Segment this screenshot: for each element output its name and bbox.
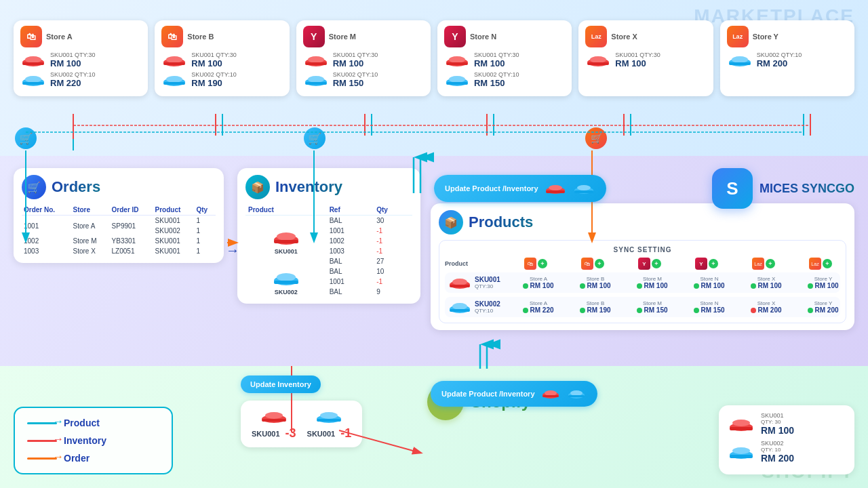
dot-green-a1 xyxy=(523,283,528,289)
sync-icon-lazada-a: 🛍 xyxy=(524,258,536,270)
svg-rect-32 xyxy=(274,240,298,243)
store-b-name: Store B xyxy=(187,33,214,41)
col-qty: Qty xyxy=(194,205,216,216)
update-product-btn-top-label: Update Product /Inventory xyxy=(445,184,538,192)
store-x-icon: Laz xyxy=(585,26,607,47)
shoe-red-btn-bottom xyxy=(540,388,561,400)
svg-point-4 xyxy=(25,76,41,83)
svg-point-25 xyxy=(590,56,606,63)
table-row: 1001 Store A SP9901 SKU001 1 xyxy=(22,216,216,226)
svg-rect-59 xyxy=(568,395,585,397)
products-panel-title: 📦 Products xyxy=(439,210,846,235)
update-inventory-btn[interactable]: Update Inventory xyxy=(241,375,321,393)
shoe-blue-b2 xyxy=(161,73,187,87)
legend-cyan-arrow: → xyxy=(27,422,57,424)
cart-icon-x: 🛒 xyxy=(585,127,607,149)
update-product-btn-top[interactable]: Update Product /Inventory xyxy=(434,175,606,202)
svg-rect-50 xyxy=(262,419,286,422)
svg-point-16 xyxy=(308,76,324,83)
sku001-shoe-inv xyxy=(271,228,301,247)
store-a-icon: 🛍 xyxy=(20,26,42,47)
sync-add-b[interactable]: + xyxy=(595,259,604,268)
sync-icon-youzan-m: Y xyxy=(638,258,650,270)
shopify-sku001: SKU001 QTY: 30 RM 100 xyxy=(727,412,846,436)
mices-logo-icon: S xyxy=(712,168,753,209)
shoe-blue-m2 xyxy=(303,73,329,87)
store-card-x: Laz Store X SKU001 QTY:30 RM 100 xyxy=(578,20,713,96)
dot-green-a2 xyxy=(523,308,528,313)
products-panel: 📦 Products SYNC SETTING Product 🛍 + 🛍 + … xyxy=(431,203,854,330)
svg-rect-41 xyxy=(574,190,593,193)
inv-col-qty: Qty xyxy=(374,205,412,216)
col-order-no: Order No. xyxy=(22,205,71,216)
svg-rect-47 xyxy=(450,309,470,312)
store-m-name: Store M xyxy=(329,33,356,41)
sync-add-x[interactable]: + xyxy=(766,259,775,268)
shoe-red-a1 xyxy=(20,53,46,68)
svg-point-46 xyxy=(452,303,467,310)
shoe-blue-n2 xyxy=(444,73,470,87)
sync-add-a[interactable]: + xyxy=(538,259,547,268)
store-n-icon: Y xyxy=(444,26,466,47)
svg-point-7 xyxy=(166,56,182,63)
svg-rect-5 xyxy=(22,82,44,85)
svg-rect-2 xyxy=(22,62,44,65)
dot-green-b1 xyxy=(580,283,585,289)
svg-rect-56 xyxy=(542,395,559,397)
orders-icon: 🛒 xyxy=(22,175,46,199)
shoe-blue-a2 xyxy=(20,73,46,87)
svg-point-22 xyxy=(449,76,465,83)
svg-point-43 xyxy=(452,279,467,285)
svg-point-58 xyxy=(570,390,583,396)
arrow-orders-inventory: → xyxy=(226,243,239,258)
svg-point-10 xyxy=(166,76,182,83)
shoe-blue-btn-bottom xyxy=(566,388,587,400)
orders-title-text: Orders xyxy=(52,178,100,196)
table-row: 1003 Store X LZ0051 SKU001 1 xyxy=(22,246,216,256)
svg-rect-8 xyxy=(163,62,185,65)
svg-rect-62 xyxy=(730,427,753,430)
dot-green-y1 xyxy=(808,283,813,289)
orders-panel-title: 🛒 Orders xyxy=(22,175,216,199)
shoe-red-x1 xyxy=(585,53,611,68)
shopify-shoe-red xyxy=(727,415,755,434)
dot-red-x2 xyxy=(751,308,756,313)
sync-add-y[interactable]: + xyxy=(823,259,832,268)
bottom-shoe-red xyxy=(259,407,289,425)
svg-rect-53 xyxy=(317,419,341,422)
svg-point-61 xyxy=(732,420,750,426)
sync-add-n[interactable]: + xyxy=(709,259,718,268)
sync-settings: SYNC SETTING Product 🛍 + 🛍 + Y + Y + xyxy=(439,240,846,323)
shoe-red-m1 xyxy=(303,53,329,68)
legend-red-arrow: → xyxy=(27,440,57,442)
shopify-shoe-blue xyxy=(727,443,755,462)
dot-green-m2 xyxy=(637,308,642,313)
shoe-blue-btn xyxy=(572,182,595,195)
products-icon: 📦 xyxy=(439,210,463,235)
update-product-btn-bottom-label: Update Product /Inventory xyxy=(441,390,535,398)
orders-table: Order No. Store Order ID Product Qty 100… xyxy=(22,205,216,256)
svg-point-13 xyxy=(308,56,324,63)
legend-order-label: Order xyxy=(64,453,90,464)
col-order-id: Order ID xyxy=(110,205,153,216)
store-card-n: Y Store N SKU001 QTY:30 RM 100 SKU002 QT… xyxy=(437,20,572,96)
shoe-red-b1 xyxy=(161,53,187,68)
bottom-update-card: SKU001 -3 SKU001 -1 xyxy=(241,401,362,447)
svg-point-64 xyxy=(732,447,750,454)
inventory-table: Product Ref Qty SKU001 BAL 30 1001 -1 10… xyxy=(245,205,412,297)
mices-logo-text: MICES SYNCGO xyxy=(760,182,854,196)
col-product: Product xyxy=(153,205,195,216)
store-cards-row: 🛍 Store A SKU001 QTY:30 RM 100 SKU002 QT… xyxy=(14,20,854,96)
svg-rect-29 xyxy=(729,62,751,65)
sync-icon-lazada-b: 🛍 xyxy=(581,258,593,270)
svg-point-55 xyxy=(545,390,557,396)
store-card-b: 🛍 Store B SKU001 QTY:30 RM 100 SKU002 QT… xyxy=(155,20,289,96)
sync-add-m[interactable]: + xyxy=(652,259,661,268)
store-m-icon: Y xyxy=(303,26,325,47)
products-title-text: Products xyxy=(469,214,533,231)
update-product-btn-bottom[interactable]: Update Product /Inventory xyxy=(431,381,597,407)
update-inv-btn-label: Update Inventory xyxy=(250,380,311,388)
sync-icon-lazada-y: Laz xyxy=(809,258,821,270)
svg-rect-23 xyxy=(446,82,468,85)
svg-rect-44 xyxy=(450,285,470,287)
